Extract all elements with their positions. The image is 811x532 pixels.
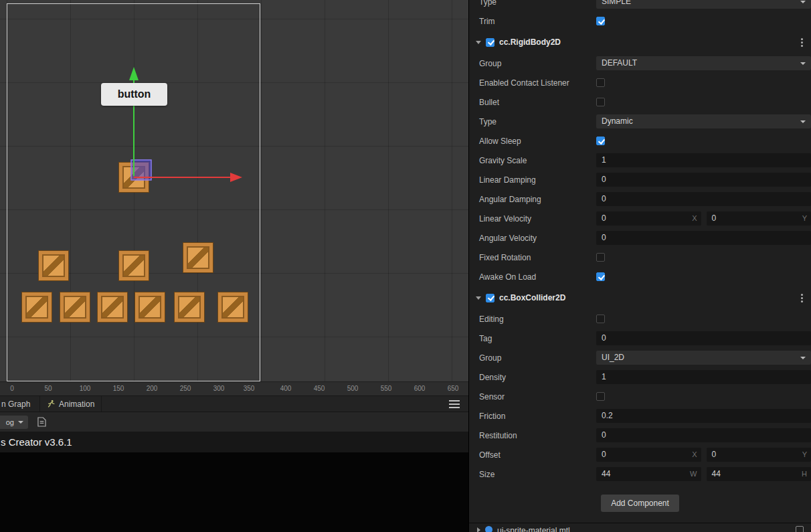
crate-sprite[interactable] bbox=[175, 292, 204, 322]
prop-label: Tag bbox=[479, 334, 596, 343]
contact-listener-checkbox[interactable] bbox=[596, 78, 605, 87]
ruler-tick: 400 bbox=[280, 385, 292, 392]
prop-row-sprite-type: Type SIMPLE bbox=[469, 0, 811, 11]
scene-ruler: 0 50 100 150 200 250 300 350 400 450 500… bbox=[0, 381, 468, 395]
prop-row-group: Group DEFAULT bbox=[469, 54, 811, 73]
bullet-checkbox[interactable] bbox=[596, 98, 605, 106]
cocos-creator-window: button 0 50 100 150 200 250 300 350 400 … bbox=[0, 0, 811, 532]
crate-sprite-selected[interactable] bbox=[119, 163, 149, 192]
fixed-rotation-checkbox[interactable] bbox=[596, 253, 605, 262]
prop-row-restitution: Restitution 0 bbox=[469, 426, 811, 445]
prop-label: Density bbox=[479, 373, 596, 382]
prop-label: Size bbox=[479, 470, 596, 479]
trim-checkbox[interactable] bbox=[596, 17, 605, 25]
prop-label: Angular Damping bbox=[479, 195, 596, 204]
prop-row-friction: Friction 0.2 bbox=[469, 406, 811, 426]
linear-damping-input[interactable]: 0 bbox=[596, 173, 811, 187]
crate-sprite[interactable] bbox=[183, 243, 213, 272]
chevron-down-icon bbox=[800, 357, 806, 359]
prop-label: Friction bbox=[479, 412, 596, 421]
crate-sprite[interactable] bbox=[98, 292, 127, 322]
prop-row-allow-sleep: Allow Sleep bbox=[469, 131, 811, 151]
crate-sprite[interactable] bbox=[218, 292, 248, 322]
prop-label: Angular Velocity bbox=[479, 234, 596, 243]
crate-sprite[interactable] bbox=[39, 251, 68, 280]
prop-row-angular-velocity: Angular Velocity 0 bbox=[469, 228, 811, 248]
component-header-rigidbody2d: cc.RigidBody2D bbox=[469, 31, 811, 54]
size-h-input[interactable]: 44 H bbox=[707, 467, 811, 481]
log-level-dropdown[interactable]: og bbox=[0, 416, 28, 429]
body-type-dropdown[interactable]: Dynamic bbox=[596, 114, 811, 128]
console-toolbar: og bbox=[0, 412, 468, 432]
prop-label: Restitution bbox=[479, 431, 596, 440]
prop-label: Group bbox=[479, 353, 596, 363]
gravity-scale-input[interactable]: 1 bbox=[596, 153, 811, 167]
material-edit-icon[interactable] bbox=[796, 526, 804, 532]
ruler-tick: 250 bbox=[180, 385, 191, 392]
collapse-chevron-icon[interactable] bbox=[476, 41, 481, 44]
size-w-input[interactable]: 44 W bbox=[596, 467, 701, 481]
crate-sprite[interactable] bbox=[119, 251, 149, 280]
design-canvas-outline bbox=[7, 3, 260, 381]
prop-label: Group bbox=[479, 59, 596, 68]
component-enabled-checkbox[interactable] bbox=[486, 38, 494, 47]
allow-sleep-checkbox[interactable] bbox=[596, 137, 605, 145]
angular-velocity-input[interactable]: 0 bbox=[596, 231, 811, 245]
prop-row-collider-group: Group UI_2D bbox=[469, 348, 811, 367]
ruler-tick: 550 bbox=[381, 385, 392, 392]
density-input[interactable]: 1 bbox=[596, 370, 811, 384]
button-node[interactable]: button bbox=[101, 83, 167, 106]
restitution-input[interactable]: 0 bbox=[596, 428, 811, 442]
rigidbody-group-dropdown[interactable]: DEFAULT bbox=[596, 56, 811, 70]
tab-animation-graph[interactable]: n Graph bbox=[0, 396, 40, 412]
friction-input[interactable]: 0.2 bbox=[596, 409, 811, 423]
collapse-chevron-icon[interactable] bbox=[476, 296, 481, 300]
inspector-panel: Type SIMPLE Trim cc.RigidBody2D Group DE… bbox=[468, 0, 811, 532]
sensor-checkbox[interactable] bbox=[596, 392, 605, 401]
component-menu-icon[interactable] bbox=[801, 297, 803, 299]
panel-menu-icon[interactable] bbox=[449, 404, 460, 405]
prop-row-body-type: Type Dynamic bbox=[469, 112, 811, 131]
prop-row-gravity-scale: Gravity Scale 1 bbox=[469, 151, 811, 170]
prop-label: Awake On Load bbox=[479, 272, 596, 282]
prop-row-density: Density 1 bbox=[469, 367, 811, 387]
axis-y-label: Y bbox=[802, 448, 807, 462]
prop-label: Gravity Scale bbox=[479, 156, 596, 165]
offset-x-input[interactable]: 0 X bbox=[596, 448, 701, 462]
component-enabled-checkbox[interactable] bbox=[486, 294, 494, 302]
scene-viewport[interactable]: button 0 50 100 150 200 250 300 350 400 … bbox=[0, 0, 468, 395]
add-component-button[interactable]: Add Component bbox=[601, 495, 679, 512]
crate-sprite[interactable] bbox=[60, 292, 90, 322]
prop-row-sensor: Sensor bbox=[469, 387, 811, 406]
collapse-chevron-right-icon[interactable] bbox=[477, 527, 480, 532]
chevron-down-icon bbox=[800, 62, 806, 65]
prop-row-tag: Tag 0 bbox=[469, 329, 811, 348]
animation-icon bbox=[47, 400, 56, 408]
editing-checkbox[interactable] bbox=[596, 315, 605, 323]
prop-label: Sensor bbox=[479, 392, 596, 402]
prop-label: Allow Sleep bbox=[479, 137, 596, 146]
linear-velocity-x-input[interactable]: 0 X bbox=[596, 211, 701, 226]
ruler-tick: 200 bbox=[147, 385, 158, 392]
tab-animation[interactable]: Animation bbox=[40, 396, 102, 412]
offset-y-input[interactable]: 0 Y bbox=[707, 448, 811, 462]
awake-on-load-checkbox[interactable] bbox=[596, 272, 605, 281]
crate-sprite[interactable] bbox=[135, 292, 165, 322]
crate-sprite[interactable] bbox=[22, 292, 52, 322]
console-log-entry: s Creator v3.6.1 bbox=[0, 432, 468, 452]
ruler-tick: 300 bbox=[213, 385, 225, 392]
bottom-panel-tabbar: n Graph Animation bbox=[0, 395, 468, 412]
material-asset-row[interactable]: ui-sprite-material.mtl bbox=[469, 523, 811, 532]
component-menu-icon[interactable] bbox=[801, 41, 803, 43]
clear-log-button[interactable] bbox=[37, 417, 46, 427]
button-node-label: button bbox=[118, 88, 151, 100]
console-output: s Creator v3.6.1 bbox=[0, 432, 468, 532]
prop-label: Type bbox=[479, 0, 596, 7]
collider-group-dropdown[interactable]: UI_2D bbox=[596, 351, 811, 365]
prop-row-angular-damping: Angular Damping 0 bbox=[469, 189, 811, 209]
sprite-type-dropdown[interactable]: SIMPLE bbox=[596, 0, 811, 9]
angular-damping-input[interactable]: 0 bbox=[596, 192, 811, 206]
prop-row-contact-listener: Enabled Contact Listener bbox=[469, 73, 811, 92]
linear-velocity-y-input[interactable]: 0 Y bbox=[707, 211, 811, 226]
tag-input[interactable]: 0 bbox=[596, 331, 811, 345]
